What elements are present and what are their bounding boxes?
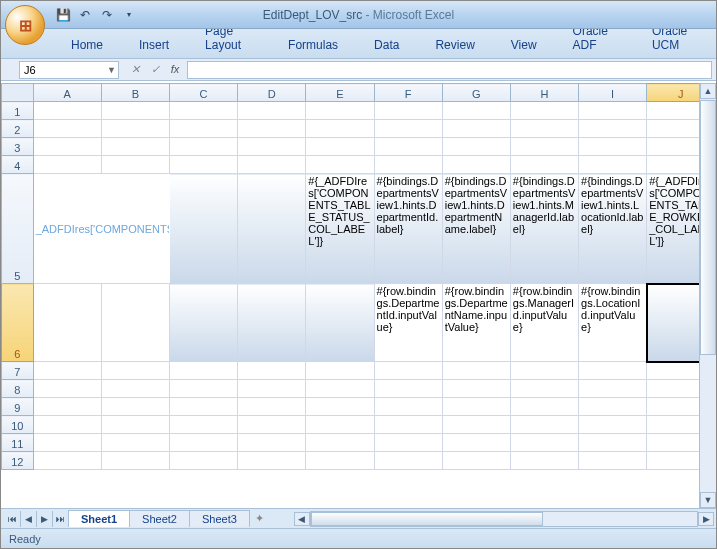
cell[interactable] [510, 102, 578, 120]
cell[interactable] [238, 120, 306, 138]
cell[interactable] [442, 138, 510, 156]
cell[interactable] [101, 416, 169, 434]
cell[interactable] [510, 434, 578, 452]
cell[interactable] [170, 156, 238, 174]
cell[interactable] [238, 156, 306, 174]
cell[interactable] [442, 102, 510, 120]
cell[interactable]: #{_ADFDIres['COMPONENTS_TABLE_STATUS_COL… [306, 174, 374, 284]
cell[interactable] [510, 416, 578, 434]
row-header[interactable]: 1 [2, 102, 34, 120]
cell[interactable] [238, 434, 306, 452]
cell[interactable] [374, 138, 442, 156]
cell[interactable] [374, 156, 442, 174]
col-header[interactable]: F [374, 84, 442, 102]
sheet-tab[interactable]: Sheet2 [129, 510, 190, 527]
cell[interactable] [510, 452, 578, 470]
cell[interactable] [510, 398, 578, 416]
cell[interactable] [510, 156, 578, 174]
prev-sheet-icon[interactable]: ◀ [21, 511, 37, 527]
last-sheet-icon[interactable]: ⏭ [53, 511, 69, 527]
cell[interactable]: _ADFDIres['COMPONENTS_TABLENTS_TABLE [33, 174, 169, 284]
cell[interactable] [442, 380, 510, 398]
cell[interactable] [101, 102, 169, 120]
sheet-tab[interactable]: Sheet3 [189, 510, 250, 527]
cell[interactable] [170, 174, 238, 284]
cell[interactable] [170, 284, 238, 362]
cell[interactable] [306, 398, 374, 416]
cell[interactable] [306, 156, 374, 174]
cell[interactable] [374, 362, 442, 380]
col-header[interactable]: D [238, 84, 306, 102]
tab-review[interactable]: Review [417, 34, 492, 58]
horizontal-scrollbar[interactable]: ◀ ▶ [310, 511, 698, 527]
cell[interactable] [33, 452, 101, 470]
dropdown-icon[interactable]: ▼ [107, 65, 116, 75]
vertical-scrollbar[interactable]: ▲ ▼ [699, 83, 716, 508]
scroll-thumb[interactable] [311, 512, 543, 526]
row-header[interactable]: 10 [2, 416, 34, 434]
cell[interactable] [579, 380, 647, 398]
cell[interactable]: #{row.bindings.DepartmentId.inputValue} [374, 284, 442, 362]
scroll-left-icon[interactable]: ◀ [294, 512, 310, 526]
cell[interactable] [170, 362, 238, 380]
cell[interactable] [33, 284, 101, 362]
cell[interactable] [33, 362, 101, 380]
cell[interactable]: #{row.bindings.DepartmentName.inputValue… [442, 284, 510, 362]
cell[interactable] [374, 102, 442, 120]
tab-home[interactable]: Home [53, 34, 121, 58]
cell[interactable] [238, 102, 306, 120]
cell[interactable] [306, 102, 374, 120]
cell[interactable] [442, 398, 510, 416]
cell[interactable] [306, 284, 374, 362]
row-header[interactable]: 12 [2, 452, 34, 470]
scroll-right-icon[interactable]: ▶ [698, 512, 714, 526]
save-icon[interactable]: 💾 [55, 7, 71, 23]
cell[interactable] [238, 174, 306, 284]
row-header[interactable]: 5 [2, 174, 34, 284]
formula-input[interactable] [187, 61, 712, 79]
cell[interactable] [510, 362, 578, 380]
cell[interactable] [238, 284, 306, 362]
cell[interactable] [101, 434, 169, 452]
sheet-tab[interactable]: Sheet1 [68, 510, 130, 527]
cell[interactable] [442, 452, 510, 470]
cell[interactable] [33, 138, 101, 156]
cell[interactable] [442, 434, 510, 452]
row-header[interactable]: 3 [2, 138, 34, 156]
cell[interactable]: #{bindings.DepartmentsView1.hints.Manage… [510, 174, 578, 284]
cell[interactable] [442, 156, 510, 174]
qat-dropdown-icon[interactable]: ▾ [121, 7, 137, 23]
cancel-icon[interactable]: ✕ [125, 63, 145, 76]
cell[interactable] [306, 380, 374, 398]
office-button[interactable]: ⊞ [5, 5, 45, 45]
row-header[interactable]: 6 [2, 284, 34, 362]
cell[interactable]: #{row.bindings.ManagerId.inputValue} [510, 284, 578, 362]
cell[interactable] [579, 416, 647, 434]
cell[interactable] [33, 398, 101, 416]
cell[interactable] [101, 398, 169, 416]
cell[interactable]: #{bindings.DepartmentsView1.hints.Depart… [374, 174, 442, 284]
cell[interactable] [306, 362, 374, 380]
cell[interactable] [238, 138, 306, 156]
cell[interactable] [101, 362, 169, 380]
cell[interactable] [510, 380, 578, 398]
cell[interactable] [374, 416, 442, 434]
cell[interactable] [101, 380, 169, 398]
undo-icon[interactable]: ↶ [77, 7, 93, 23]
cell[interactable] [238, 380, 306, 398]
cell[interactable] [374, 120, 442, 138]
cell[interactable] [238, 416, 306, 434]
tab-insert[interactable]: Insert [121, 34, 187, 58]
cell[interactable] [306, 138, 374, 156]
name-box[interactable]: J6 ▼ [19, 61, 119, 79]
cell[interactable] [579, 120, 647, 138]
cell[interactable] [579, 398, 647, 416]
cell[interactable] [374, 434, 442, 452]
cell[interactable]: #{row.bindings.LocationId.inputValue} [579, 284, 647, 362]
col-header[interactable]: G [442, 84, 510, 102]
cell[interactable] [170, 102, 238, 120]
tab-view[interactable]: View [493, 34, 555, 58]
cell[interactable] [579, 156, 647, 174]
cell[interactable] [238, 452, 306, 470]
cell[interactable] [579, 362, 647, 380]
